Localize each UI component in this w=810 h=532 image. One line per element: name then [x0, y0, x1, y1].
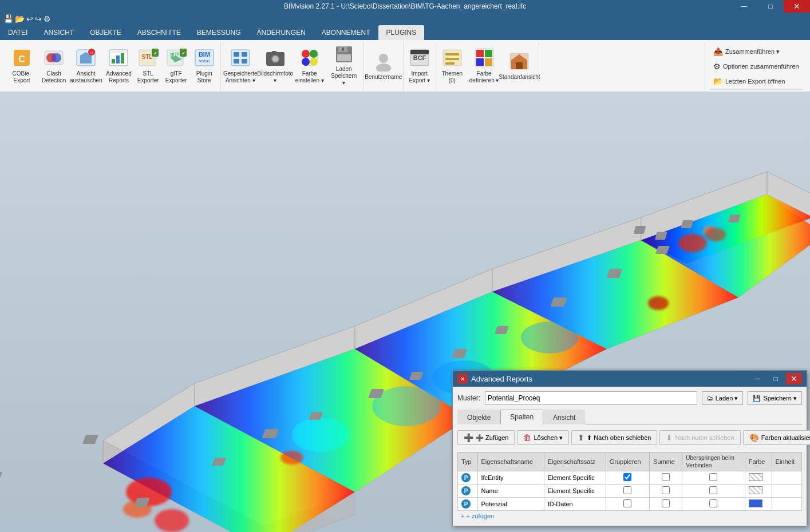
row1-gruppieren[interactable]	[606, 471, 649, 485]
farbe-definieren-btn[interactable]: Farbedefinieren ▾	[467, 43, 501, 87]
menu-tab-datei[interactable]: DATEI	[0, 25, 35, 40]
table-row: P IfcEntity Element Specific	[458, 471, 802, 485]
svg-point-108	[705, 228, 726, 241]
table-row: P Potenzial ID-Daten	[458, 498, 802, 511]
zusammen-btn[interactable]: 📤 Zusammenführen ▾	[710, 45, 803, 58]
menu-tab-plugins[interactable]: PLUGINS	[378, 25, 425, 40]
row2-gruppieren[interactable]	[606, 485, 649, 498]
cobie-export-btn[interactable]: C COBie-Export	[5, 43, 39, 87]
col-typ: Typ	[458, 452, 478, 471]
close-btn[interactable]: ✕	[784, 0, 810, 13]
svg-point-85	[292, 418, 349, 452]
farben-btn[interactable]: 🎨 Farben aktualisieren ▾	[743, 430, 810, 445]
qa-undo-icon[interactable]: ↩	[26, 14, 33, 23]
svg-rect-41	[342, 47, 344, 51]
maximize-btn[interactable]: □	[757, 0, 784, 13]
import-export-btn[interactable]: BCF ImportExport ▾	[406, 43, 433, 87]
dialog-maximize-btn[interactable]: □	[768, 373, 784, 384]
advanced-reports-btn[interactable]: AdvancedReports	[104, 43, 133, 87]
speichern-btn[interactable]: 💾 Speichern ▾	[748, 391, 802, 405]
menu-tab-abonnement[interactable]: ABONNEMENT	[314, 25, 378, 40]
col-farbe: Farbe	[745, 452, 772, 471]
columns-table: Typ Eigenschaftsname Eigenschaftssatz Gr…	[457, 452, 802, 511]
svg-rect-27	[242, 52, 247, 57]
svg-point-43	[379, 54, 388, 63]
row3-gruppieren[interactable]	[606, 498, 649, 511]
nach-oben-btn[interactable]: ⬆ ⬆ Nach oben schieben	[571, 430, 657, 445]
standardansicht-btn[interactable]: Standardansicht	[502, 43, 536, 87]
row1-ueberspringen[interactable]	[682, 471, 745, 485]
row2-summe[interactable]	[650, 485, 682, 498]
zufuegen-btn[interactable]: ➕ ➕ Zufügen	[457, 430, 515, 445]
row1-einheit	[772, 471, 801, 485]
svg-text:vision: vision	[199, 59, 210, 63]
load-save-btn[interactable]: LadenSpeichern ▾	[327, 43, 361, 87]
qa-settings-icon[interactable]: ⚙	[44, 14, 51, 23]
letzten-export-btn[interactable]: 📂 Letzten Export öffnen	[710, 74, 803, 88]
svg-text:↔: ↔	[89, 50, 94, 55]
qa-save-icon[interactable]: 💾	[3, 14, 13, 23]
svg-point-5	[52, 53, 56, 62]
svg-rect-55	[476, 58, 484, 66]
svg-rect-106	[728, 215, 741, 223]
saved-views-btn[interactable]: GespeicherteAnsichten ▾	[223, 43, 258, 87]
dialog-close-x-icon[interactable]: ✕	[457, 374, 468, 384]
optionen-btn[interactable]: ⚙ Optionen zusammenführen	[710, 59, 803, 73]
color-set-btn[interactable]: Farbeeinstellen ▾	[293, 43, 326, 87]
table-row: P Name Element Specific	[458, 485, 802, 498]
svg-rect-103	[655, 232, 667, 240]
themen-btn[interactable]: Themen(0)	[438, 43, 466, 87]
menu-tab-abschnitte[interactable]: ABSCHNITTE	[129, 25, 189, 40]
svg-rect-11	[116, 55, 120, 63]
row3-ueberspringen[interactable]	[682, 498, 745, 511]
col-eigenschaftsname: Eigenschaftsname	[477, 452, 544, 471]
col-summe: Summe	[650, 452, 682, 471]
loeschen-btn[interactable]: 🗑 Löschen ▾	[517, 430, 569, 445]
row2-ueberspringen[interactable]	[682, 485, 745, 498]
tab-spalten[interactable]: Spalten	[500, 410, 543, 424]
qa-redo-icon[interactable]: ↪	[35, 14, 42, 23]
svg-point-83	[280, 451, 303, 464]
svg-rect-35	[302, 50, 310, 58]
svg-rect-28	[234, 59, 239, 63]
speichern-icon: 💾	[753, 395, 761, 402]
svg-rect-54	[485, 50, 492, 57]
minimize-btn[interactable]: ─	[731, 0, 757, 13]
menu-tab-aenderungen[interactable]: ÄNDERUNGEN	[249, 25, 314, 40]
row3-farbe	[745, 498, 772, 511]
menu-tab-objekte[interactable]: OBJEKTE	[82, 25, 129, 40]
svg-rect-56	[485, 58, 492, 66]
loeschen-icon: 🗑	[523, 433, 531, 442]
zufuegen-icon: ➕	[464, 433, 473, 442]
gltf-exporter-btn[interactable]: glTF ✓ glTFExporter	[163, 43, 190, 87]
screenshot-btn[interactable]: Bildschirmfoto ▾	[258, 43, 293, 87]
tab-objekte[interactable]: Objekte	[457, 410, 500, 424]
view-exchange-btn[interactable]: ↔ Ansichtaustauschen	[69, 43, 103, 87]
row3-typ: P	[458, 498, 478, 511]
menu-tab-ansicht[interactable]: ANSICHT	[35, 25, 82, 40]
nach-unten-btn[interactable]: ⬇ Nach nuten schieben	[659, 430, 740, 445]
svg-text:✓: ✓	[181, 51, 185, 56]
laden-btn[interactable]: 🗂 Laden ▾	[702, 391, 744, 405]
benutzername-btn[interactable]: Benutzername	[366, 43, 401, 87]
dialog-close-btn[interactable]: ✕	[786, 373, 802, 384]
qa-open-icon[interactable]: 📂	[15, 14, 25, 23]
dialog-minimize-btn[interactable]: ─	[749, 373, 765, 384]
window-controls: ─ □ ✕	[731, 0, 810, 13]
add-row-btn[interactable]: + + zufügen	[457, 511, 802, 521]
svg-point-88	[521, 321, 578, 354]
row1-summe[interactable]	[650, 471, 682, 485]
stl-exporter-btn[interactable]: STL ✓ STLExporter	[135, 43, 162, 87]
menu-tab-bemessung[interactable]: BEMESSUNG	[189, 25, 249, 40]
svg-point-84	[648, 296, 669, 310]
row1-name: IfcEntity	[477, 471, 544, 485]
muster-label: Muster:	[457, 394, 480, 402]
muster-input[interactable]	[485, 391, 697, 405]
tab-ansicht[interactable]: Ansicht	[543, 410, 585, 424]
row3-satz: ID-Daten	[544, 498, 606, 511]
row3-summe[interactable]	[650, 498, 682, 511]
svg-rect-10	[112, 59, 115, 63]
zusammen-icon: 📤	[713, 47, 723, 56]
clash-detection-btn[interactable]: ClashDetection	[39, 43, 68, 87]
plugin-store-btn[interactable]: BIM vision PluginStore	[191, 43, 218, 87]
